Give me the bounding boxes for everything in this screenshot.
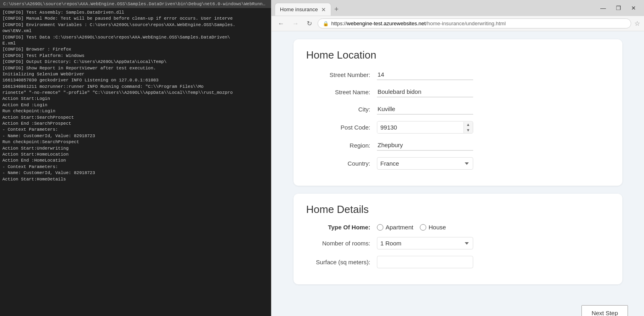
terminal-line: [CONFIG] Test Assembly: Samples.DataDriv…	[2, 10, 269, 16]
apartment-label: Apartment	[386, 224, 413, 231]
terminal-line: Action End :SearchProspect	[2, 121, 269, 127]
type-of-home-group: Apartment House	[377, 224, 446, 231]
home-location-card: Home Location Street Number: Street Name…	[294, 39, 622, 186]
minimize-button[interactable]: —	[596, 2, 610, 14]
browser-panel: Home insurance ✕ + — ❐ ✕ ← → ↻ 🔒 https:/…	[271, 0, 644, 316]
terminal-line: ows\ENV.xml	[2, 28, 269, 34]
browser-tab[interactable]: Home insurance ✕	[275, 3, 331, 16]
restore-button[interactable]: ❐	[611, 2, 626, 14]
post-code-up[interactable]: ▲	[464, 122, 473, 128]
terminal-line: [CONFIG] Test Platform: Windows	[2, 53, 269, 59]
security-icon: 🔒	[323, 21, 329, 26]
type-of-home-row: Type Of Home: Apartment House	[306, 224, 610, 231]
post-code-label: Post Code:	[306, 124, 371, 131]
terminal-line: Action End :HomeLocation	[2, 158, 269, 164]
terminal-line: E.xml	[2, 41, 269, 47]
back-button[interactable]: ←	[275, 19, 287, 28]
post-code-row: Post Code: ▲ ▼	[306, 121, 610, 134]
street-number-label: Street Number:	[306, 71, 371, 78]
terminal-line: 1661340857030 geckodriver INFO Listening…	[2, 77, 269, 83]
terminal-line: Action Start:Underwriting	[2, 146, 269, 152]
terminal-line: Run checkpoint:Login	[2, 108, 269, 114]
terminal-line: Run checkpoint:SearchProspect	[2, 139, 269, 145]
country-row: Country: France Germany Spain UK Italy	[306, 157, 610, 170]
terminal-line: Action End :Login	[2, 102, 269, 108]
url-prefix: https://	[331, 20, 347, 26]
nav-bar: ← → ↻ 🔒 https://webengine-test.azurewebs…	[271, 16, 644, 31]
street-name-label: Street Name:	[306, 89, 371, 95]
surface-row: Surface (sq meters):	[306, 256, 610, 268]
url-domain: webengine-test.azurewebsites.net	[347, 20, 426, 26]
street-name-row: Street Name:	[306, 87, 610, 97]
terminal-line: Initializing Selenium WebDriver	[2, 71, 269, 77]
home-location-title: Home Location	[306, 49, 610, 61]
street-number-row: Street Number:	[306, 69, 610, 80]
close-button[interactable]: ✕	[626, 2, 641, 14]
browser-content: Home Location Street Number: Street Name…	[271, 31, 644, 316]
post-code-field: ▲ ▼	[377, 121, 473, 134]
terminal-content: [CONFIG] Test Assembly: Samples.DataDriv…	[0, 8, 271, 316]
terminal-line: [CONFIG] Manual Mode: Test will be pause…	[2, 16, 269, 22]
surface-label: Surface (sq meters):	[306, 259, 371, 265]
home-details-title: Home Details	[306, 203, 610, 216]
country-label: Country:	[306, 160, 371, 167]
city-input[interactable]	[377, 104, 473, 115]
address-bar[interactable]: 🔒 https://webengine-test.azurewebsites.n…	[318, 18, 631, 28]
terminal-line: [CONFIG] Show Report in ReportViewer aft…	[2, 65, 269, 71]
window-controls: — ❐ ✕	[596, 2, 641, 16]
terminal-line: - Name: CustomerId, Value: 82918723	[2, 170, 269, 176]
house-label: House	[429, 224, 446, 231]
terminal-line: - Context Parameters:	[2, 164, 269, 170]
terminal-line: [CONFIG] Output Directory: C:\Users\A269…	[2, 59, 269, 65]
url-path: /home-insurance/underwriting.html	[426, 20, 506, 26]
new-tab-button[interactable]: +	[333, 4, 340, 15]
region-label: Region:	[306, 142, 371, 149]
number-of-rooms-label: Nomber of rooms:	[306, 240, 371, 247]
house-option[interactable]: House	[420, 224, 446, 231]
tab-title: Home insurance	[280, 6, 318, 12]
post-code-down[interactable]: ▼	[464, 128, 473, 133]
terminal-line: [CONFIG] Test Data :C:\Users\A269OL\sour…	[2, 34, 269, 41]
terminal-line: [CONFIG] Browser : Firefox	[2, 47, 269, 53]
number-of-rooms-row: Nomber of rooms: 1 Room 2 Rooms 3 Rooms …	[306, 237, 610, 249]
type-of-home-label: Type Of Home:	[306, 224, 371, 231]
terminal-line: - Context Parameters:	[2, 127, 269, 133]
terminal-line: Action Start:Login	[2, 96, 269, 102]
region-input[interactable]	[377, 140, 473, 151]
terminal-titlebar: C:\Users\A269OL\source\repos\AXA.WebEngi…	[0, 0, 271, 8]
bookmark-icon[interactable]: ☆	[634, 20, 640, 27]
number-of-rooms-select[interactable]: 1 Room 2 Rooms 3 Rooms 4 Rooms 5+ Rooms	[377, 237, 473, 249]
reload-button[interactable]: ↻	[304, 19, 314, 28]
address-bar-actions: ☆	[634, 20, 640, 27]
house-radio[interactable]	[420, 224, 426, 231]
footer-actions: Next Step	[271, 300, 644, 316]
tab-bar: Home insurance ✕ + — ❐ ✕	[271, 0, 644, 16]
terminal-line: [CONFIG] Environment Variables : C:\User…	[2, 22, 269, 28]
terminal-line: Action Start:HomeDetails	[2, 176, 269, 182]
terminal-panel: C:\Users\A269OL\source\repos\AXA.WebEngi…	[0, 0, 271, 316]
next-step-button[interactable]: Next Step	[581, 305, 628, 316]
terminal-line: - Name: CustomerId, Value: 82918723	[2, 133, 269, 139]
post-code-input[interactable]	[377, 122, 464, 133]
page-content: Home Location Street Number: Street Name…	[277, 31, 638, 300]
surface-input[interactable]	[377, 256, 473, 268]
terminal-line: rionette" "-no-remote" "-profile" "C:\\U…	[2, 90, 269, 96]
country-select[interactable]: France Germany Spain UK Italy	[377, 157, 473, 170]
street-name-input[interactable]	[377, 87, 473, 97]
terminal-line: 1661340861211 mozrunner::runner INFO Run…	[2, 84, 269, 90]
terminal-line: Action Start:SearchProspect	[2, 115, 269, 121]
apartment-radio[interactable]	[377, 224, 383, 231]
apartment-option[interactable]: Apartment	[377, 224, 413, 231]
city-row: City:	[306, 104, 610, 115]
url-display: https://webengine-test.azurewebsites.net…	[331, 20, 506, 26]
street-number-input[interactable]	[377, 69, 473, 80]
forward-button[interactable]: →	[290, 19, 301, 28]
tab-close-button[interactable]: ✕	[321, 7, 326, 12]
terminal-line: Action Start:HomeLocation	[2, 152, 269, 158]
region-row: Region:	[306, 140, 610, 151]
home-details-card: Home Details Type Of Home: Apartment Hou…	[294, 194, 622, 284]
city-label: City:	[306, 106, 371, 113]
post-code-spinner: ▲ ▼	[464, 122, 473, 133]
